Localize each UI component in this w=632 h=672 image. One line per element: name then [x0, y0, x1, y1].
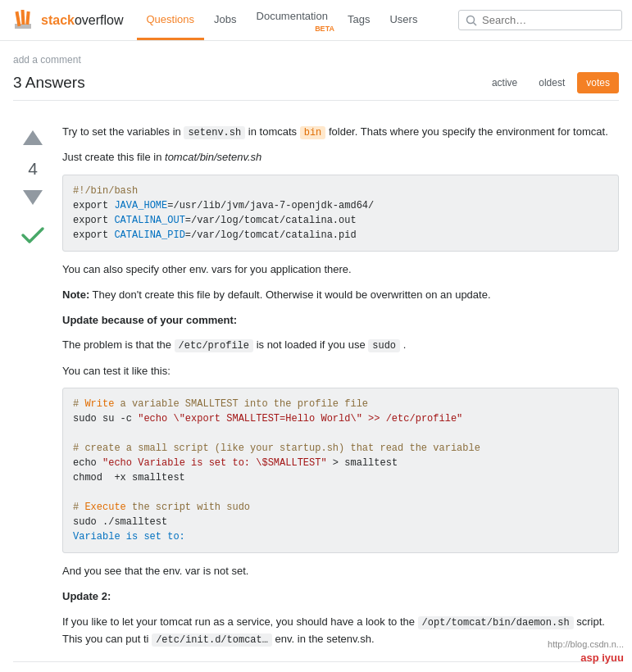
nav-jobs[interactable]: Jobs — [204, 0, 246, 40]
search-icon — [466, 15, 477, 26]
nav-documentation[interactable]: Documentation BETA — [247, 0, 338, 40]
inline-etc-profile: /etc/profile — [175, 339, 253, 352]
intro-paragraph: Try to set the variables in setenv.sh in… — [62, 124, 619, 141]
logo-icon — [10, 7, 36, 34]
main-nav: Questions Jobs Documentation BETA Tags U… — [137, 0, 428, 40]
checkmark-icon — [18, 220, 48, 250]
nav-questions[interactable]: Questions — [137, 0, 205, 40]
answers-count: 3 Answers — [13, 74, 85, 92]
test-it-paragraph: You can test it like this: — [62, 363, 619, 380]
beta-badge: BETA — [315, 25, 334, 33]
and-you-paragraph: And you see that the env. var is not set… — [62, 563, 619, 580]
update-paragraph-1: The problem is that the /etc/profile is … — [62, 337, 619, 354]
logo-text: stackoverflow — [41, 13, 124, 28]
update2-heading: Update 2: — [62, 588, 619, 606]
answers-header: 3 Answers active oldest votes — [13, 72, 619, 101]
vote-panel: 4 — [13, 124, 62, 648]
update-heading: Update because of your comment: — [62, 312, 619, 329]
logo-link[interactable]: stackoverflow — [10, 7, 124, 34]
main-content: add a comment 3 Answers active oldest vo… — [0, 41, 632, 672]
create-file-paragraph: Just create this file in tomcat/bin/sete… — [62, 149, 619, 166]
nav-tags[interactable]: Tags — [338, 0, 380, 40]
sort-tabs: active oldest votes — [483, 72, 619, 93]
inline-daemon-sh: /opt/tomcat/bin/daemon.sh — [418, 616, 574, 629]
site-header: stackoverflow Questions Jobs Documentati… — [0, 0, 632, 41]
sort-tab-active[interactable]: active — [483, 72, 526, 93]
vote-count: 4 — [28, 159, 38, 179]
accepted-checkmark — [18, 220, 48, 252]
svg-line-7 — [474, 22, 477, 25]
vote-up-button[interactable] — [18, 124, 48, 156]
code-block-2: # Write a variable SMALLTEST into the pr… — [62, 388, 619, 553]
inline-setenv: setenv.sh — [184, 126, 245, 139]
svg-rect-5 — [25, 11, 30, 24]
inline-bin: bin — [300, 126, 326, 139]
search-input[interactable] — [482, 14, 615, 26]
svg-rect-2 — [15, 26, 31, 29]
svg-rect-4 — [21, 9, 25, 24]
inline-init-d: /etc/init.d/tomcat… — [152, 633, 272, 647]
upvote-icon — [18, 124, 48, 153]
sort-tab-votes[interactable]: votes — [577, 72, 619, 93]
svg-point-6 — [467, 16, 475, 23]
sort-tab-oldest[interactable]: oldest — [530, 72, 574, 93]
vote-down-button[interactable] — [18, 182, 48, 214]
italic-path: tomcat/bin/setenv.sh — [165, 151, 261, 163]
env-vars-paragraph: You can also specify other env. vars for… — [62, 261, 619, 279]
note-paragraph: Note: They don't create this file by def… — [62, 287, 619, 304]
search-box[interactable] — [458, 10, 622, 30]
add-comment-row: add a comment — [13, 51, 619, 72]
answer-item: 4 Try to set the variables in setenv.sh … — [13, 111, 619, 662]
note-label: Note: — [62, 288, 89, 301]
inline-sudo: sudo — [368, 339, 400, 352]
code-block-1: #!/bin/bash export JAVA_HOME=/usr/lib/jv… — [62, 175, 619, 252]
update2-paragraph: If you like to let your tomcat run as a … — [62, 614, 619, 648]
answer-body: Try to set the variables in setenv.sh in… — [62, 124, 619, 648]
nav-users[interactable]: Users — [380, 0, 427, 40]
downvote-icon — [18, 182, 48, 211]
